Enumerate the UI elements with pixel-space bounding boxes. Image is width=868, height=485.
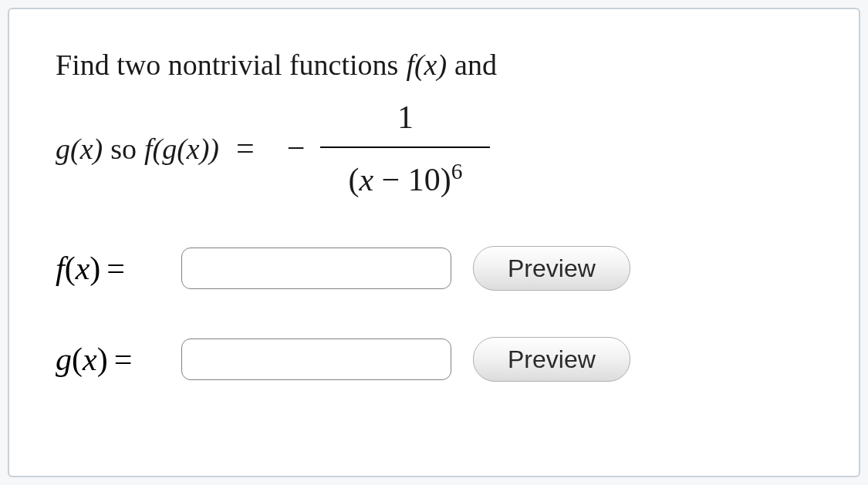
question-prompt: Find two nontrivial functions f(x) and g… (56, 40, 812, 207)
rhs-expression: − 1 (x − 10)6 (287, 90, 491, 208)
math-fgx: f(g(x)) (144, 124, 219, 174)
label-f-var: x (76, 251, 90, 286)
label-g-open: ( (72, 342, 83, 377)
label-gx: g(x)= (56, 341, 160, 378)
answer-row-g: g(x)= Preview (56, 337, 812, 382)
label-f-close: ) (90, 251, 100, 286)
answer-row-f: f(x)= Preview (56, 246, 812, 291)
prompt-prefix: Find two nontrivial functions (56, 40, 398, 90)
math-gx: g(x) (56, 124, 103, 174)
label-g-eq: = (114, 342, 133, 377)
den-exponent: 6 (451, 159, 463, 184)
den-const: 10 (408, 162, 441, 197)
equals-sign: = (236, 121, 255, 176)
preview-button-g[interactable]: Preview (473, 337, 630, 382)
label-g-var: x (83, 342, 97, 377)
fraction: 1 (x − 10)6 (320, 90, 490, 208)
negative-sign: − (287, 121, 306, 176)
prompt-and: and (454, 40, 497, 90)
den-var-x: x (359, 162, 373, 197)
label-f-open: ( (65, 251, 76, 286)
math-fx: f(x) (406, 40, 447, 90)
label-f-eq: = (106, 251, 125, 286)
den-open-paren: ( (348, 162, 359, 197)
den-minus: − (382, 162, 400, 197)
question-card: Find two nontrivial functions f(x) and g… (8, 8, 860, 477)
fraction-numerator: 1 (320, 90, 490, 148)
input-fx[interactable] (181, 248, 451, 289)
den-close-paren: ) (441, 162, 451, 197)
label-fx: f(x)= (56, 250, 160, 287)
label-g-fn: g (56, 342, 72, 377)
prompt-so: so (110, 124, 137, 174)
label-f-fn: f (56, 251, 65, 286)
question-line: Find two nontrivial functions f(x) and (56, 40, 812, 90)
fraction-denominator: (x − 10)6 (348, 148, 462, 207)
question-line-2: g(x) so f(g(x)) = − 1 (x − 10)6 (56, 90, 812, 208)
preview-button-f[interactable]: Preview (473, 246, 630, 291)
label-g-close: ) (97, 342, 108, 377)
input-gx[interactable] (181, 338, 451, 380)
